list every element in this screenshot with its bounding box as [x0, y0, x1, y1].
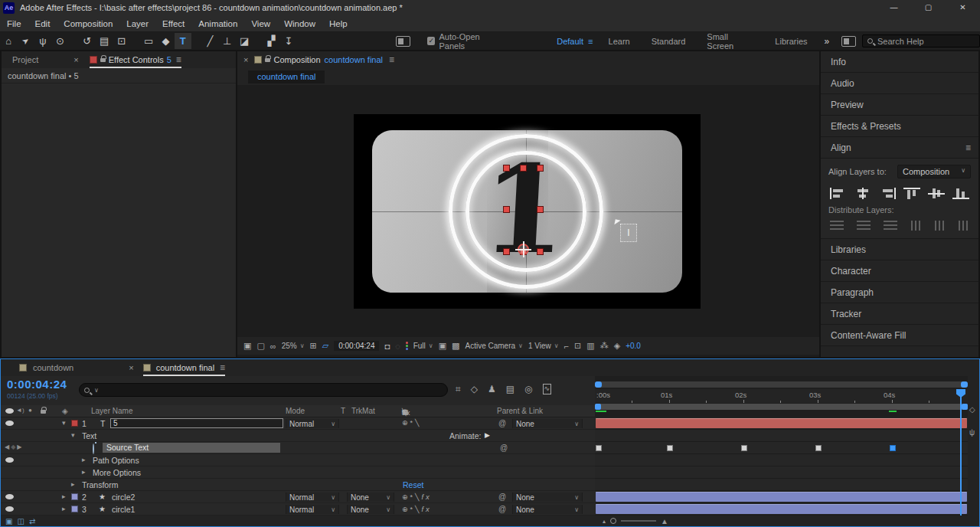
- tab-composition[interactable]: Composition: [273, 55, 320, 64]
- align-vertical-center-button[interactable]: [928, 188, 945, 199]
- menu-window[interactable]: Window: [277, 19, 322, 28]
- puppet-pin-tool-icon[interactable]: ↧: [280, 33, 297, 49]
- work-area-start-handle[interactable]: [595, 404, 601, 410]
- comp-mini-flowchart-icon[interactable]: ⌗: [456, 384, 461, 394]
- timeline-tab-close-icon[interactable]: ×: [129, 363, 133, 372]
- menu-composition[interactable]: Composition: [57, 19, 119, 28]
- blend-mode-dropdown[interactable]: Normal∨: [286, 505, 339, 514]
- camera-tool-icon[interactable]: ▤: [96, 33, 113, 49]
- blend-mode-dropdown[interactable]: Normal∨: [286, 493, 339, 502]
- comp-tab-close-icon[interactable]: ×: [243, 55, 248, 64]
- chevron-right-icon[interactable]: ▸: [62, 493, 66, 500]
- comp-subtab[interactable]: countdown final: [248, 70, 325, 83]
- align-horizontal-center-button[interactable]: [854, 188, 871, 199]
- motion-blur-icon[interactable]: ◎: [524, 384, 532, 394]
- t-column[interactable]: T: [341, 407, 345, 415]
- timeline-nav-bar[interactable]: [595, 381, 968, 388]
- stopwatch-icon[interactable]: [93, 444, 94, 454]
- label-color-chip[interactable]: [71, 420, 78, 427]
- roto-brush-tool-icon[interactable]: ▞: [263, 33, 279, 49]
- anchor-point[interactable]: [518, 244, 529, 255]
- menu-file[interactable]: File: [0, 19, 28, 28]
- distribute-bottom-button[interactable]: [884, 221, 897, 230]
- chevron-right-icon[interactable]: ▸: [71, 480, 75, 488]
- comp-menu-icon[interactable]: ≡: [389, 54, 394, 65]
- playhead[interactable]: [960, 389, 962, 516]
- snapshot-icon[interactable]: ◘: [384, 342, 390, 351]
- auto-open-panels-checkbox[interactable]: ✓: [427, 37, 435, 45]
- toggle-expand-icon-2[interactable]: ◫: [17, 517, 24, 525]
- comp-tab-name[interactable]: countdown final: [325, 55, 383, 64]
- pickwhip-icon[interactable]: @: [498, 419, 506, 427]
- group-label[interactable]: Path Options: [93, 456, 139, 465]
- timeline-search-input[interactable]: ∨: [79, 383, 448, 397]
- hand-tool-icon[interactable]: ψ: [34, 33, 51, 49]
- shutter-icon[interactable]: ◈: [614, 341, 620, 351]
- panel-tab-align[interactable]: Align ≡: [821, 137, 978, 159]
- layer-row-3[interactable]: ▸ 3 ★ circle1 Normal∨ None∨ ⊕*╲fx @ None…: [1, 503, 595, 516]
- distribute-top-button[interactable]: [830, 221, 844, 230]
- camera-dropdown[interactable]: Active Camera ∨: [465, 342, 522, 350]
- toggle-mask-icon[interactable]: ⌐: [564, 342, 569, 351]
- track-row-circle1[interactable]: [595, 503, 968, 516]
- more-options-row[interactable]: ▸ More Options: [1, 466, 595, 479]
- blend-mode-dropdown[interactable]: Normal ∨: [286, 419, 339, 428]
- track-row-text-group[interactable]: [595, 430, 968, 442]
- layer-name[interactable]: circle2: [112, 493, 135, 502]
- zoom-out-mountain-icon[interactable]: ▴: [603, 518, 606, 525]
- transform-row[interactable]: ▸ Transform Reset: [1, 479, 595, 491]
- pan-behind-tool-icon[interactable]: ⊡: [113, 33, 129, 49]
- workspace-tab-learn[interactable]: Learn: [598, 37, 641, 46]
- handle-mid-left[interactable]: [503, 206, 510, 213]
- timeline-tab-countdown[interactable]: countdown: [33, 363, 74, 372]
- shy-layers-icon[interactable]: ♟: [488, 384, 496, 394]
- pickwhip-icon[interactable]: @: [498, 493, 506, 501]
- viewer-timecode[interactable]: 0:00:04:24: [334, 341, 379, 351]
- pen-tool-icon[interactable]: ◆: [157, 33, 174, 49]
- rectangle-tool-icon[interactable]: ▭: [140, 33, 157, 49]
- exposure-adjust-icon[interactable]: ⊡: [574, 341, 581, 351]
- workspace-overflow-icon[interactable]: »: [818, 36, 836, 47]
- timeline-zoom-slider[interactable]: ▴ ▲: [603, 517, 668, 525]
- toggle-expand-icon-3[interactable]: ⇄: [29, 517, 35, 525]
- selection-tool-icon[interactable]: ➤: [17, 33, 34, 49]
- workspace-tab-standard[interactable]: Standard: [641, 37, 697, 46]
- panel-tab-info[interactable]: Info: [821, 51, 978, 73]
- align-left-button[interactable]: [830, 188, 847, 199]
- handle-bottom-left[interactable]: [503, 248, 510, 255]
- work-area-end-handle[interactable]: [962, 404, 968, 410]
- label-color-chip[interactable]: [71, 506, 78, 512]
- track-row-more-options[interactable]: [595, 466, 968, 479]
- layer-switches[interactable]: ⊕*╲fx: [402, 505, 432, 513]
- path-options-row[interactable]: ▸ Path Options: [1, 454, 595, 466]
- animate-play-icon[interactable]: ▶: [485, 431, 490, 439]
- align-layers-dropdown[interactable]: Composition ∨: [897, 165, 971, 178]
- pixel-aspect-icon[interactable]: ⁂: [600, 341, 609, 351]
- transparency-grid-icon[interactable]: ▩: [452, 341, 459, 351]
- maximize-button[interactable]: ▢: [911, 0, 946, 15]
- grid-guides-icon[interactable]: ⊞: [310, 341, 317, 351]
- align-right-button[interactable]: [879, 188, 896, 199]
- panel-tab-character[interactable]: Character: [821, 260, 978, 282]
- keyframe-nav-icons[interactable]: ◀◆▶: [5, 444, 23, 450]
- eye-icon[interactable]: [5, 457, 14, 463]
- chevron-right-icon[interactable]: ▸: [62, 505, 66, 512]
- trkmat-dropdown[interactable]: None∨: [347, 505, 394, 514]
- pickwhip-icon[interactable]: @: [500, 444, 508, 452]
- layer-bar-circle1[interactable]: [596, 504, 967, 514]
- group-label[interactable]: More Options: [93, 468, 141, 477]
- source-text-row[interactable]: ◀◆▶ Source Text @: [1, 442, 595, 454]
- zoom-slider-knob[interactable]: [610, 518, 616, 524]
- composition-viewer[interactable]: 1 I: [237, 85, 819, 337]
- trkmat-column[interactable]: TrkMat: [351, 407, 375, 415]
- zoom-in-mountain-icon[interactable]: ▲: [661, 517, 668, 525]
- source-text-property[interactable]: Source Text: [103, 443, 280, 453]
- menu-animation[interactable]: Animation: [191, 19, 244, 28]
- close-button[interactable]: ✕: [946, 0, 980, 15]
- nav-handle-right[interactable]: [961, 381, 968, 388]
- pickwhip-icon[interactable]: @: [498, 505, 506, 513]
- help-search-input[interactable]: Search Help: [862, 34, 980, 47]
- nav-handle-left[interactable]: [595, 381, 602, 388]
- panel-tab-content-aware-fill[interactable]: Content-Aware Fill: [821, 325, 978, 346]
- chevron-right-icon[interactable]: ▸: [82, 456, 86, 463]
